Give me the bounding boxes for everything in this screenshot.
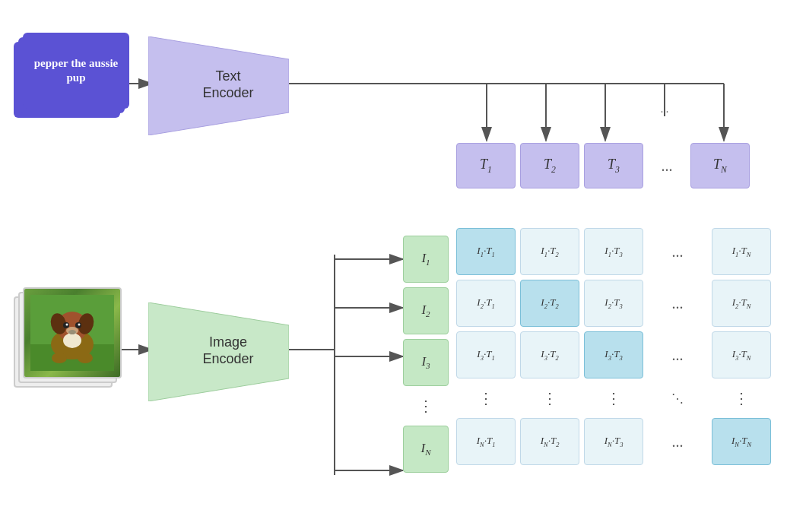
cell-i3t3: I3·T3 — [584, 331, 643, 378]
cell-i1t2: I1·T2 — [520, 228, 579, 275]
svg-text:Text: Text — [215, 68, 240, 84]
matrix-row-n: IN·T1 IN·T2 IN·T3 ... IN·TN — [456, 418, 771, 465]
dog-svg — [30, 295, 114, 371]
similarity-matrix: I1·T1 I1·T2 I1·T3 ... I1·TN I2·T1 I2·T2 … — [456, 228, 771, 470]
cell-i2t1: I2·T1 — [456, 280, 516, 327]
svg-point-33 — [78, 353, 93, 363]
t2-token: T2 — [520, 143, 579, 188]
cell-intn: IN·TN — [712, 418, 771, 465]
cell-i3-ellipsis: ... — [648, 331, 707, 378]
i-tokens-column: I1 I2 I3 ⋮ IN — [403, 236, 449, 473]
text-card-front: pepper the aussie pup — [23, 33, 129, 109]
cell-i2t2: I2·T2 — [520, 280, 579, 327]
i1-token: I1 — [403, 236, 449, 283]
matrix-row-2: I2·T1 I2·T2 I2·T3 ... I2·TN — [456, 280, 771, 327]
cell-dot2: ⋮ — [520, 383, 579, 413]
matrix-row-3: I3·T1 I3·T2 I3·T3 ... I3·TN — [456, 331, 771, 378]
cell-i3t1: I3·T1 — [456, 331, 516, 378]
dog-image — [24, 289, 120, 377]
in-token: IN — [403, 426, 449, 473]
cell-i3tn: I3·TN — [712, 331, 771, 378]
clip-diagram: ... pepper the aussie pup Text Encoder T… — [0, 0, 806, 532]
svg-point-34 — [66, 327, 78, 334]
cell-int3: IN·T3 — [584, 418, 643, 465]
image-encoder-shape: Image Encoder — [148, 302, 289, 401]
i-ellipsis: ⋮ — [403, 391, 449, 421]
i2-token: I2 — [403, 287, 449, 334]
cell-i3t2: I3·T2 — [520, 331, 579, 378]
cell-i1t3: I1·T3 — [584, 228, 643, 275]
text-input-label: pepper the aussie pup — [29, 56, 123, 86]
cell-i1-ellipsis: ... — [648, 228, 707, 275]
svg-point-32 — [52, 353, 67, 363]
cell-i2-ellipsis: ... — [648, 280, 707, 327]
cell-dot1: ⋮ — [456, 383, 516, 413]
tn-token: TN — [690, 143, 750, 188]
cell-i2t3: I2·T3 — [584, 280, 643, 327]
svg-point-24 — [63, 333, 81, 348]
cell-i1t1: I1·T1 — [456, 228, 516, 275]
svg-point-29 — [66, 324, 68, 326]
matrix-row-ellipsis: ⋮ ⋮ ⋮ ⋱ ⋮ — [456, 383, 771, 413]
image-card-front — [23, 287, 122, 378]
matrix-row-1: I1·T1 I1·T2 I1·T3 ... I1·TN — [456, 228, 771, 275]
t3-token: T3 — [584, 143, 643, 188]
text-encoder-shape: Text Encoder — [148, 36, 289, 135]
cell-in-ellipsis: ... — [648, 418, 707, 465]
t-ellipsis: ... — [648, 143, 686, 188]
svg-text:...: ... — [661, 103, 669, 115]
cell-i1tn: I1·TN — [712, 228, 771, 275]
cell-int2: IN·T2 — [520, 418, 579, 465]
cell-diag: ⋱ — [648, 383, 707, 413]
svg-point-30 — [78, 324, 81, 326]
cell-dot5: ⋮ — [712, 383, 771, 413]
cell-i2tn: I2·TN — [712, 280, 771, 327]
svg-text:Encoder: Encoder — [202, 85, 253, 100]
t-tokens-row: T1 T2 T3 ... TN — [456, 143, 750, 188]
i3-token: I3 — [403, 339, 449, 386]
t1-token: T1 — [456, 143, 516, 188]
cell-dot3: ⋮ — [584, 383, 643, 413]
cell-int1: IN·T1 — [456, 418, 516, 465]
svg-text:Encoder: Encoder — [202, 351, 253, 366]
svg-text:Image: Image — [209, 334, 247, 350]
